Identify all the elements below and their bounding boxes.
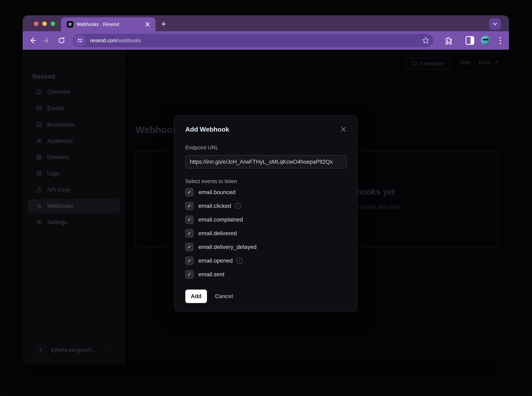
profile-avatar[interactable] xyxy=(481,35,491,45)
sidebar-item-overview[interactable]: Overview xyxy=(28,85,120,99)
browser-tab[interactable]: R Webhooks · Resend xyxy=(61,17,156,31)
forward-button[interactable] xyxy=(42,36,51,45)
tab-close-icon[interactable] xyxy=(144,21,151,28)
endpoint-url-label: Endpoint URL xyxy=(185,145,218,151)
sidebar-item-label: Audiences xyxy=(47,138,73,144)
add-button[interactable]: Add xyxy=(185,290,207,303)
browser-toolbar: resend.com/webhooks xyxy=(23,31,509,50)
forward-icon xyxy=(43,37,51,44)
side-panel-button[interactable] xyxy=(466,36,474,45)
cancel-button[interactable]: Cancel xyxy=(215,290,233,303)
event-row: ✓ email.delivered xyxy=(185,229,257,238)
url-path: /webhooks xyxy=(117,38,141,43)
sidebar-item-emails[interactable]: Emails xyxy=(28,102,120,115)
sidebar: Resend Overview Emails Broadcasts Audien… xyxy=(23,50,125,365)
sidebar-item-domains[interactable]: Domains xyxy=(28,150,120,164)
checkbox-checked[interactable]: ✓ xyxy=(185,270,193,279)
empty-state-heading-fragment: hooks yet xyxy=(357,187,395,197)
sidebar-item-label: Settings xyxy=(47,219,67,226)
tab-search-button[interactable] xyxy=(489,18,501,30)
checkbox-checked[interactable]: ✓ xyxy=(185,188,193,196)
feedback-label: Feedback xyxy=(420,60,444,67)
window-close-button[interactable] xyxy=(34,22,38,26)
info-icon[interactable]: i xyxy=(236,258,243,264)
checkbox-checked[interactable]: ✓ xyxy=(185,243,193,251)
bookmark-button[interactable] xyxy=(422,36,430,45)
modal-close-button[interactable] xyxy=(339,125,347,134)
sidebar-item-label: Domains xyxy=(47,154,69,160)
sidebar-item-audiences[interactable]: Audiences xyxy=(28,134,120,148)
app-header: Feedback Help Docs ↗ xyxy=(125,50,509,73)
sidebar-item-api-keys[interactable]: API Keys xyxy=(28,183,120,197)
event-label: email.complained xyxy=(198,216,243,223)
chat-bubble-icon xyxy=(412,60,418,67)
sidebar-item-label: Overview xyxy=(47,89,70,95)
sidebar-item-broadcasts[interactable]: Broadcasts xyxy=(28,118,120,131)
endpoint-url-input[interactable] xyxy=(185,155,347,169)
extensions-button[interactable] xyxy=(444,36,453,45)
reload-button[interactable] xyxy=(57,36,66,45)
user-email: sylwia.vargas@... xyxy=(51,347,96,353)
event-row: ✓ email.clicked i xyxy=(185,202,257,210)
modal-title: Add Webhook xyxy=(185,126,229,133)
event-row: ✓ email.delivery_delayed xyxy=(185,243,257,251)
url-host: resend.com xyxy=(90,38,117,43)
window-minimize-button[interactable] xyxy=(42,22,47,26)
close-icon xyxy=(340,126,347,132)
new-tab-button[interactable]: + xyxy=(158,19,169,29)
event-label: email.opened xyxy=(198,257,233,264)
sidebar-item-settings[interactable]: Settings xyxy=(28,215,120,229)
tab-strip: R Webhooks · Resend + xyxy=(23,15,509,31)
sidebar-item-label: API Keys xyxy=(47,187,70,193)
event-row: ✓ email.bounced xyxy=(185,188,257,196)
bookmark-star-icon xyxy=(422,36,430,45)
checkbox-checked[interactable]: ✓ xyxy=(185,257,193,265)
checkbox-checked[interactable]: ✓ xyxy=(185,202,193,210)
reload-icon xyxy=(58,37,65,44)
address-bar[interactable]: resend.com/webhooks xyxy=(73,34,433,47)
sidebar-item-label: Emails xyxy=(47,105,64,111)
account-menu[interactable]: S sylwia.vargas@... ··· xyxy=(35,344,117,355)
user-menu-dots-icon[interactable]: ··· xyxy=(103,346,111,353)
event-label: email.clicked xyxy=(198,203,231,209)
docs-link[interactable]: Docs ↗ xyxy=(479,59,499,66)
window-zoom-button[interactable] xyxy=(51,22,55,26)
sidebar-item-label: Logs xyxy=(47,170,59,177)
checkbox-checked[interactable]: ✓ xyxy=(185,215,193,224)
event-label: email.bounced xyxy=(198,189,236,196)
external-arrow-icon: ↗ xyxy=(494,59,499,65)
add-webhook-modal: Add Webhook Endpoint URL Select events t… xyxy=(174,116,357,312)
info-icon[interactable]: i xyxy=(235,203,241,209)
event-row: ✓ email.sent xyxy=(185,270,257,279)
logs-icon xyxy=(36,170,42,177)
feedback-button[interactable]: Feedback xyxy=(405,58,450,70)
event-label: email.sent xyxy=(198,271,225,278)
back-button[interactable] xyxy=(28,36,37,45)
help-link[interactable]: Help xyxy=(459,59,470,66)
empty-state-description-fragment: receive real-time xyxy=(358,204,400,210)
sidebar-item-label: Broadcasts xyxy=(47,122,75,128)
site-settings-button[interactable] xyxy=(74,35,86,46)
browser-window: R Webhooks · Resend + xyxy=(23,15,509,365)
events-section-label: Select events to listen xyxy=(185,178,237,185)
lock-icon xyxy=(36,186,42,193)
resend-logo: Resend xyxy=(32,73,55,80)
tray-icon xyxy=(36,121,42,128)
sidebar-item-logs[interactable]: Logs xyxy=(28,167,120,180)
tab-title: Webhooks · Resend xyxy=(77,22,119,27)
event-label: email.delivery_delayed xyxy=(198,244,257,250)
browser-menu-button[interactable] xyxy=(499,36,502,45)
back-icon xyxy=(29,37,36,44)
user-avatar: S xyxy=(35,344,46,355)
events-list: ✓ email.bounced ✓ email.clicked i ✓ emai… xyxy=(185,188,257,284)
sidebar-item-webhooks[interactable]: Webhooks xyxy=(28,199,120,213)
event-row: ✓ email.opened i xyxy=(185,257,257,265)
event-row: ✓ email.complained xyxy=(185,215,257,224)
chevron-down-icon xyxy=(492,21,498,27)
event-label: email.delivered xyxy=(198,230,237,237)
globe-icon xyxy=(36,154,42,160)
sliders-icon xyxy=(36,219,42,226)
people-icon xyxy=(36,138,42,144)
checkbox-checked[interactable]: ✓ xyxy=(185,229,193,238)
site-settings-icon xyxy=(77,37,83,44)
